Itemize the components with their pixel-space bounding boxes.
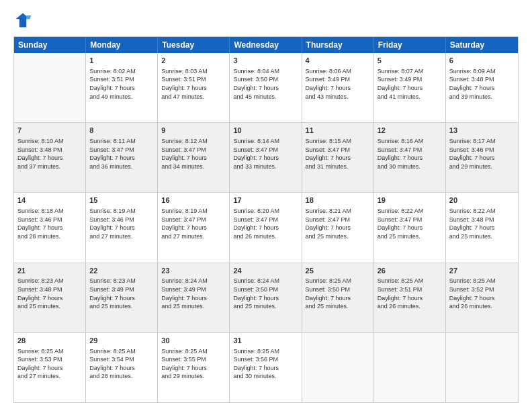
cal-cell-4: 4Sunrise: 8:06 AM Sunset: 3:49 PM Daylig… bbox=[302, 53, 374, 122]
cell-info: Sunrise: 8:19 AM Sunset: 3:47 PM Dayligh… bbox=[161, 207, 226, 240]
cell-info: Sunrise: 8:04 AM Sunset: 3:50 PM Dayligh… bbox=[233, 67, 298, 101]
cal-cell-9: 9Sunrise: 8:12 AM Sunset: 3:47 PM Daylig… bbox=[158, 123, 230, 192]
logo bbox=[13, 11, 35, 30]
cal-cell-16: 16Sunrise: 8:19 AM Sunset: 3:47 PM Dayli… bbox=[158, 193, 230, 262]
day-number: 26 bbox=[378, 266, 442, 276]
cal-cell-31: 31Sunrise: 8:25 AM Sunset: 3:56 PM Dayli… bbox=[230, 333, 302, 402]
day-number: 29 bbox=[89, 336, 154, 346]
cal-cell-18: 18Sunrise: 8:21 AM Sunset: 3:47 PM Dayli… bbox=[302, 193, 374, 262]
cell-info: Sunrise: 8:23 AM Sunset: 3:48 PM Dayligh… bbox=[17, 277, 82, 310]
cal-cell-empty-4-4 bbox=[302, 333, 374, 402]
cell-info: Sunrise: 8:15 AM Sunset: 3:47 PM Dayligh… bbox=[306, 137, 370, 171]
day-number: 21 bbox=[17, 266, 82, 276]
cell-info: Sunrise: 8:25 AM Sunset: 3:54 PM Dayligh… bbox=[89, 347, 154, 381]
day-number: 25 bbox=[306, 266, 370, 276]
cal-row-4: 28Sunrise: 8:25 AM Sunset: 3:53 PM Dayli… bbox=[14, 333, 518, 402]
cell-info: Sunrise: 8:25 AM Sunset: 3:51 PM Dayligh… bbox=[378, 277, 442, 310]
cell-info: Sunrise: 8:24 AM Sunset: 3:50 PM Dayligh… bbox=[233, 277, 298, 310]
cal-cell-2: 2Sunrise: 8:03 AM Sunset: 3:51 PM Daylig… bbox=[158, 53, 230, 122]
cell-info: Sunrise: 8:25 AM Sunset: 3:56 PM Dayligh… bbox=[233, 347, 298, 381]
cal-cell-26: 26Sunrise: 8:25 AM Sunset: 3:51 PM Dayli… bbox=[374, 263, 446, 332]
cell-info: Sunrise: 8:20 AM Sunset: 3:47 PM Dayligh… bbox=[233, 207, 298, 240]
cal-cell-empty-4-6 bbox=[446, 333, 518, 402]
cell-info: Sunrise: 8:25 AM Sunset: 3:55 PM Dayligh… bbox=[161, 347, 226, 381]
cal-cell-8: 8Sunrise: 8:11 AM Sunset: 3:47 PM Daylig… bbox=[86, 123, 158, 192]
cal-cell-24: 24Sunrise: 8:24 AM Sunset: 3:50 PM Dayli… bbox=[230, 263, 302, 332]
day-number: 2 bbox=[161, 56, 226, 66]
cal-cell-17: 17Sunrise: 8:20 AM Sunset: 3:47 PM Dayli… bbox=[230, 193, 302, 262]
cal-row-2: 14Sunrise: 8:18 AM Sunset: 3:46 PM Dayli… bbox=[14, 193, 518, 263]
day-number: 1 bbox=[89, 56, 154, 66]
svg-marker-0 bbox=[16, 13, 30, 28]
cell-info: Sunrise: 8:16 AM Sunset: 3:47 PM Dayligh… bbox=[378, 137, 442, 171]
day-number: 5 bbox=[378, 56, 442, 66]
cal-cell-19: 19Sunrise: 8:22 AM Sunset: 3:47 PM Dayli… bbox=[374, 193, 446, 262]
cal-cell-11: 11Sunrise: 8:15 AM Sunset: 3:47 PM Dayli… bbox=[302, 123, 374, 192]
calendar-header: SundayMondayTuesdayWednesdayThursdayFrid… bbox=[14, 37, 518, 53]
day-number: 4 bbox=[306, 56, 370, 66]
day-number: 13 bbox=[449, 126, 515, 136]
cal-cell-30: 30Sunrise: 8:25 AM Sunset: 3:55 PM Dayli… bbox=[158, 333, 230, 402]
header-day-sunday: Sunday bbox=[14, 37, 86, 53]
logo-icon bbox=[13, 11, 32, 30]
cell-info: Sunrise: 8:07 AM Sunset: 3:49 PM Dayligh… bbox=[378, 67, 442, 101]
day-number: 9 bbox=[161, 126, 226, 136]
calendar-body: 1Sunrise: 8:02 AM Sunset: 3:51 PM Daylig… bbox=[14, 53, 518, 402]
header bbox=[13, 11, 519, 30]
cal-cell-27: 27Sunrise: 8:25 AM Sunset: 3:52 PM Dayli… bbox=[446, 263, 518, 332]
header-day-monday: Monday bbox=[86, 37, 158, 53]
day-number: 22 bbox=[89, 266, 154, 276]
cal-cell-5: 5Sunrise: 8:07 AM Sunset: 3:49 PM Daylig… bbox=[374, 53, 446, 122]
cal-cell-22: 22Sunrise: 8:23 AM Sunset: 3:49 PM Dayli… bbox=[86, 263, 158, 332]
cell-info: Sunrise: 8:24 AM Sunset: 3:49 PM Dayligh… bbox=[161, 277, 226, 310]
day-number: 8 bbox=[89, 126, 154, 136]
cell-info: Sunrise: 8:11 AM Sunset: 3:47 PM Dayligh… bbox=[89, 137, 154, 171]
cal-cell-7: 7Sunrise: 8:10 AM Sunset: 3:48 PM Daylig… bbox=[14, 123, 86, 192]
header-day-tuesday: Tuesday bbox=[158, 37, 230, 53]
cell-info: Sunrise: 8:02 AM Sunset: 3:51 PM Dayligh… bbox=[89, 67, 154, 101]
day-number: 7 bbox=[17, 126, 82, 136]
day-number: 19 bbox=[378, 195, 442, 205]
cal-cell-13: 13Sunrise: 8:17 AM Sunset: 3:46 PM Dayli… bbox=[446, 123, 518, 192]
cal-cell-15: 15Sunrise: 8:19 AM Sunset: 3:46 PM Dayli… bbox=[86, 193, 158, 262]
day-number: 18 bbox=[306, 195, 370, 205]
cell-info: Sunrise: 8:25 AM Sunset: 3:52 PM Dayligh… bbox=[449, 277, 515, 310]
cal-row-3: 21Sunrise: 8:23 AM Sunset: 3:48 PM Dayli… bbox=[14, 263, 518, 333]
day-number: 3 bbox=[233, 56, 298, 66]
cell-info: Sunrise: 8:21 AM Sunset: 3:47 PM Dayligh… bbox=[306, 207, 370, 240]
cell-info: Sunrise: 8:10 AM Sunset: 3:48 PM Dayligh… bbox=[17, 137, 82, 171]
page: SundayMondayTuesdayWednesdayThursdayFrid… bbox=[0, 0, 532, 411]
calendar: SundayMondayTuesdayWednesdayThursdayFrid… bbox=[13, 36, 519, 403]
day-number: 11 bbox=[306, 126, 370, 136]
day-number: 28 bbox=[17, 336, 82, 346]
day-number: 30 bbox=[161, 336, 226, 346]
cell-info: Sunrise: 8:25 AM Sunset: 3:53 PM Dayligh… bbox=[17, 347, 82, 381]
header-day-saturday: Saturday bbox=[446, 37, 518, 53]
day-number: 10 bbox=[233, 126, 298, 136]
cal-cell-14: 14Sunrise: 8:18 AM Sunset: 3:46 PM Dayli… bbox=[14, 193, 86, 262]
day-number: 16 bbox=[161, 195, 226, 205]
day-number: 20 bbox=[449, 195, 515, 205]
cal-cell-25: 25Sunrise: 8:25 AM Sunset: 3:50 PM Dayli… bbox=[302, 263, 374, 332]
day-number: 17 bbox=[233, 195, 298, 205]
header-day-wednesday: Wednesday bbox=[230, 37, 302, 53]
day-number: 12 bbox=[378, 126, 442, 136]
cal-cell-10: 10Sunrise: 8:14 AM Sunset: 3:47 PM Dayli… bbox=[230, 123, 302, 192]
cal-cell-empty-4-5 bbox=[374, 333, 446, 402]
day-number: 31 bbox=[233, 336, 298, 346]
cal-cell-1: 1Sunrise: 8:02 AM Sunset: 3:51 PM Daylig… bbox=[86, 53, 158, 122]
cal-cell-3: 3Sunrise: 8:04 AM Sunset: 3:50 PM Daylig… bbox=[230, 53, 302, 122]
cal-cell-6: 6Sunrise: 8:09 AM Sunset: 3:48 PM Daylig… bbox=[446, 53, 518, 122]
cell-info: Sunrise: 8:18 AM Sunset: 3:46 PM Dayligh… bbox=[17, 207, 82, 240]
cell-info: Sunrise: 8:14 AM Sunset: 3:47 PM Dayligh… bbox=[233, 137, 298, 171]
cal-cell-29: 29Sunrise: 8:25 AM Sunset: 3:54 PM Dayli… bbox=[86, 333, 158, 402]
cell-info: Sunrise: 8:03 AM Sunset: 3:51 PM Dayligh… bbox=[161, 67, 226, 101]
cal-cell-23: 23Sunrise: 8:24 AM Sunset: 3:49 PM Dayli… bbox=[158, 263, 230, 332]
cal-cell-21: 21Sunrise: 8:23 AM Sunset: 3:48 PM Dayli… bbox=[14, 263, 86, 332]
cell-info: Sunrise: 8:22 AM Sunset: 3:47 PM Dayligh… bbox=[378, 207, 442, 240]
cal-cell-20: 20Sunrise: 8:22 AM Sunset: 3:48 PM Dayli… bbox=[446, 193, 518, 262]
cal-cell-12: 12Sunrise: 8:16 AM Sunset: 3:47 PM Dayli… bbox=[374, 123, 446, 192]
cal-row-0: 1Sunrise: 8:02 AM Sunset: 3:51 PM Daylig… bbox=[14, 53, 518, 123]
cell-info: Sunrise: 8:22 AM Sunset: 3:48 PM Dayligh… bbox=[449, 207, 515, 240]
cal-row-1: 7Sunrise: 8:10 AM Sunset: 3:48 PM Daylig… bbox=[14, 123, 518, 193]
